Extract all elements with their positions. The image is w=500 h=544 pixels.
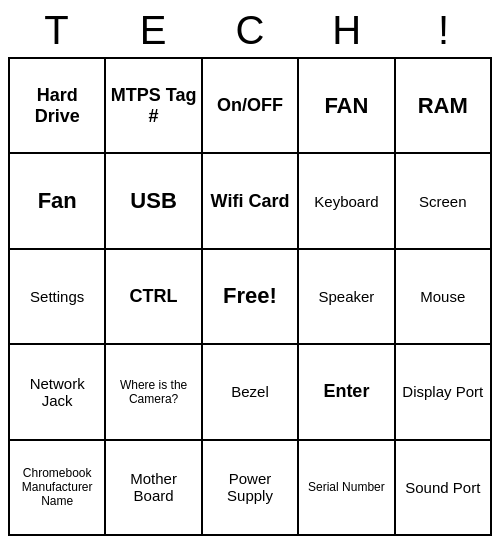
cell-1-2: Wifi Card (203, 154, 299, 249)
cell-2-3: Speaker (299, 250, 395, 345)
bingo-title: TECH! (8, 8, 492, 53)
title-letter: ! (395, 8, 492, 53)
title-letter: H (298, 8, 395, 53)
cell-4-2: Power Supply (203, 441, 299, 536)
cell-text-3-4: Display Port (402, 383, 483, 400)
cell-text-4-2: Power Supply (207, 470, 293, 504)
cell-text-0-3: FAN (324, 93, 368, 119)
cell-3-1: Where is the Camera? (106, 345, 202, 440)
cell-text-2-0: Settings (30, 288, 84, 305)
cell-text-2-2: Free! (223, 283, 277, 309)
title-letter: E (105, 8, 202, 53)
cell-text-2-3: Speaker (318, 288, 374, 305)
cell-text-3-1: Where is the Camera? (110, 378, 196, 406)
cell-1-4: Screen (396, 154, 492, 249)
cell-text-3-0: Network Jack (14, 375, 100, 409)
cell-0-1: MTPS Tag # (106, 59, 202, 154)
cell-text-0-2: On/OFF (217, 95, 283, 116)
cell-text-1-3: Keyboard (314, 193, 378, 210)
cell-text-4-4: Sound Port (405, 479, 480, 496)
cell-1-1: USB (106, 154, 202, 249)
cell-4-4: Sound Port (396, 441, 492, 536)
title-letter: T (8, 8, 105, 53)
cell-3-2: Bezel (203, 345, 299, 440)
cell-3-4: Display Port (396, 345, 492, 440)
cell-text-4-3: Serial Number (308, 480, 385, 494)
cell-0-4: RAM (396, 59, 492, 154)
cell-1-3: Keyboard (299, 154, 395, 249)
cell-text-3-2: Bezel (231, 383, 269, 400)
cell-text-2-4: Mouse (420, 288, 465, 305)
cell-text-1-4: Screen (419, 193, 467, 210)
cell-text-2-1: CTRL (130, 286, 178, 307)
cell-0-3: FAN (299, 59, 395, 154)
cell-text-3-3: Enter (323, 381, 369, 402)
cell-3-0: Network Jack (10, 345, 106, 440)
cell-text-0-0: Hard Drive (14, 85, 100, 127)
cell-text-4-1: Mother Board (110, 470, 196, 504)
cell-text-1-1: USB (130, 188, 176, 214)
cell-text-0-4: RAM (418, 93, 468, 119)
cell-4-0: Chromebook Manufacturer Name (10, 441, 106, 536)
cell-text-1-0: Fan (38, 188, 77, 214)
bingo-grid: Hard DriveMTPS Tag #On/OFFFANRAMFanUSBWi… (8, 57, 492, 536)
cell-text-4-0: Chromebook Manufacturer Name (14, 466, 100, 508)
cell-4-3: Serial Number (299, 441, 395, 536)
cell-2-0: Settings (10, 250, 106, 345)
cell-0-0: Hard Drive (10, 59, 106, 154)
cell-2-4: Mouse (396, 250, 492, 345)
cell-text-1-2: Wifi Card (211, 191, 290, 212)
cell-3-3: Enter (299, 345, 395, 440)
cell-4-1: Mother Board (106, 441, 202, 536)
cell-1-0: Fan (10, 154, 106, 249)
cell-0-2: On/OFF (203, 59, 299, 154)
title-letter: C (202, 8, 299, 53)
cell-2-1: CTRL (106, 250, 202, 345)
cell-text-0-1: MTPS Tag # (110, 85, 196, 127)
cell-2-2: Free! (203, 250, 299, 345)
